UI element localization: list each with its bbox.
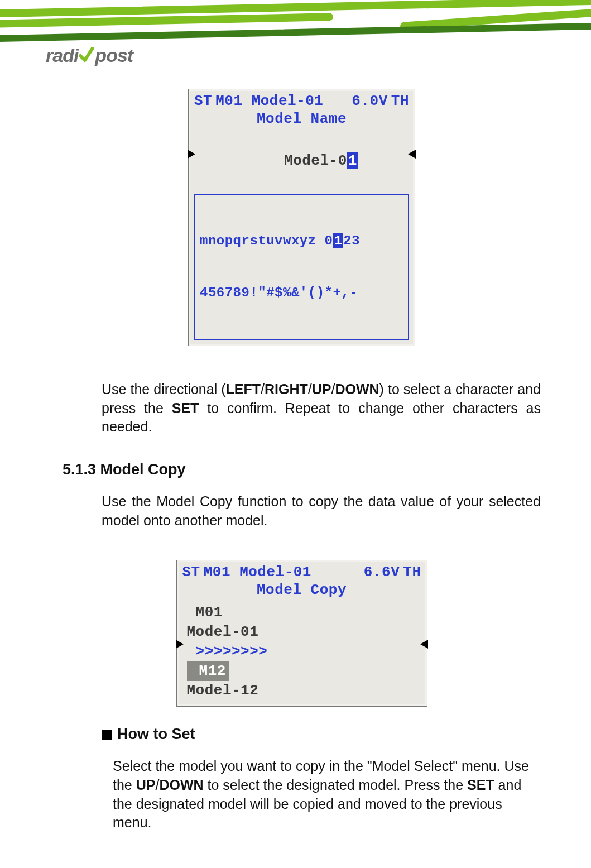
header-stripes: [0, 0, 591, 39]
paragraph-directional: Use the directional (LEFT/RIGHT/UP/DOWN)…: [102, 380, 541, 437]
lcd-screen-title: Model Name: [194, 111, 409, 127]
subheading-how-to-set: How to Set: [102, 726, 558, 743]
lcd-dst-name: Model-12: [187, 681, 421, 701]
page-content: ST M01 Model-01 6.0V TH Model Name Model…: [46, 89, 558, 868]
lcd-dst-id: M12: [187, 661, 229, 681]
lcd-th-label: TH: [400, 564, 421, 581]
paragraph-model-copy-intro: Use the Model Copy function to copy the …: [102, 492, 541, 530]
lcd-header: M01 Model-01: [212, 93, 352, 109]
square-bullet-icon: [102, 730, 112, 740]
lcd-st-label: ST: [182, 564, 200, 581]
page: radi post ST M01 Model-01 6.0V TH Model …: [0, 0, 591, 868]
lcd-src-name: Model-01: [187, 622, 421, 642]
lcd-src-id: M01: [187, 603, 421, 622]
lcd-cursor-right-icon: [420, 640, 428, 649]
lcd-screen-title: Model Copy: [182, 582, 421, 598]
lcd-screenshot-model-name: ST M01 Model-01 6.0V TH Model Name Model…: [46, 89, 558, 346]
lcd-model-name-row: Model-01: [194, 132, 409, 190]
lcd-cursor-right-icon: [408, 150, 416, 159]
logo-text-right: post: [95, 45, 133, 66]
lcd-voltage: 6.0V: [352, 93, 387, 109]
lcd-cursor-left-icon: [176, 640, 184, 649]
paragraph-how-to-set-1: Select the model you want to copy in the…: [113, 757, 541, 832]
lcd-character-strip: mnopqrstuvwxyz 0123 456789!"#$%&'()*+,-: [194, 194, 409, 340]
brand-logo: radi post: [46, 45, 558, 66]
lcd-edit-cursor: 1: [347, 152, 358, 169]
lcd-cursor-left-icon: [188, 150, 195, 159]
lcd-th-label: TH: [388, 93, 409, 109]
logo-text-left: radi: [46, 45, 78, 66]
lcd-voltage: 6.6V: [364, 564, 400, 581]
logo-check-icon: [79, 46, 94, 63]
lcd-copy-arrow: >>>>>>>>: [187, 642, 421, 661]
lcd-header: M01 Model-01: [200, 564, 364, 581]
section-heading-model-copy: 5.1.3 Model Copy: [63, 461, 558, 478]
lcd-st-label: ST: [194, 93, 212, 109]
lcd-screenshot-model-copy: ST M01 Model-01 6.6V TH Model Copy M01 M…: [46, 560, 558, 707]
